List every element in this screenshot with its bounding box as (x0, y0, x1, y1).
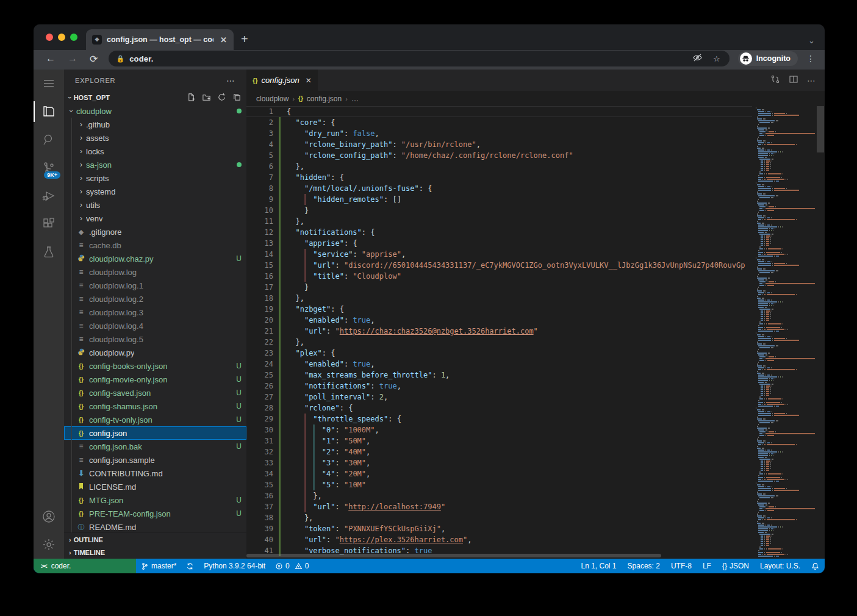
code-line-34[interactable]: 34 "4": "20M", (246, 468, 752, 479)
code-line-37[interactable]: 37 "url": "http://localhost:7949" (246, 501, 752, 512)
tree-file-cloudplow.chaz.py[interactable]: cloudplow.chaz.pyU (64, 252, 246, 265)
new-tab-button[interactable]: + (234, 32, 257, 50)
keyboard-layout-status[interactable]: Layout: U.S. (755, 559, 806, 573)
tree-file-cloudplow.py[interactable]: cloudplow.py (64, 346, 246, 359)
code-line-33[interactable]: 33 "3": "30M", (246, 457, 752, 468)
settings-gear-icon[interactable] (34, 531, 64, 559)
run-debug-icon[interactable] (34, 182, 64, 210)
tree-folder-cloudplow[interactable]: ›cloudplow (64, 104, 246, 118)
url-text[interactable]: coder. (129, 54, 685, 63)
tree-file-.gitignore[interactable]: ◆.gitignore (64, 225, 246, 238)
editor-tab-config-json[interactable]: {} config.json ✕ (246, 70, 318, 91)
code-line-14[interactable]: 14 "service": "apprise", (246, 249, 752, 260)
sync-changes-button[interactable] (181, 559, 199, 573)
back-button[interactable]: ← (41, 53, 60, 64)
reload-button[interactable]: ⟳ (85, 53, 102, 65)
scrollbar-thumb[interactable] (817, 106, 824, 152)
forward-button[interactable]: → (63, 53, 82, 64)
code-line-26[interactable]: 26 "notifications": true, (246, 381, 752, 392)
tab-close-icon[interactable]: ✕ (218, 35, 229, 45)
search-icon[interactable] (34, 126, 64, 154)
tree-file-cloudplow.log.1[interactable]: ≡cloudplow.log.1 (64, 279, 246, 292)
tree-file-CONTRIBUTING.md[interactable]: ⬇CONTRIBUTING.md (64, 467, 246, 480)
code-line-25[interactable]: 25 "max_streams_before_throttle": 1, (246, 370, 752, 381)
code-editor[interactable]: 1{2 "core": {3 "dry_run": false,4 "rclon… (246, 106, 752, 559)
browser-menu-icon[interactable]: ⋮ (803, 54, 819, 63)
tree-file-config-books-only.json[interactable]: {}config-books-only.jsonU (64, 359, 246, 373)
tree-file-PRE-TEAM-config.json[interactable]: {}PRE-TEAM-config.jsonU (64, 507, 246, 520)
code-line-28[interactable]: 28 "rclone": { (246, 403, 752, 414)
code-line-21[interactable]: 21 "url": "https://chaz:chaz3526@nzbget.… (246, 326, 752, 337)
timeline-section[interactable]: › TIMELINE (64, 546, 246, 559)
code-line-22[interactable]: 22 }, (246, 337, 752, 348)
code-line-13[interactable]: 13 "apprise": { (246, 238, 752, 249)
tree-file-cloudplow.log[interactable]: ≡cloudplow.log (64, 265, 246, 279)
eol-status[interactable]: LF (697, 559, 717, 573)
close-window-button[interactable] (46, 34, 53, 41)
extensions-icon[interactable] (34, 210, 64, 238)
split-editor-icon[interactable] (789, 74, 798, 87)
horizontal-scrollbar[interactable] (246, 553, 752, 559)
collapse-all-icon[interactable] (232, 93, 242, 103)
git-branch-status[interactable]: master* (136, 559, 181, 573)
breadcrumb-file[interactable]: config.json (307, 95, 342, 103)
tree-file-cache.db[interactable]: ≡cache.db (64, 238, 246, 252)
code-line-11[interactable]: 11 }, (246, 216, 752, 227)
eye-off-icon[interactable] (690, 53, 705, 64)
code-line-32[interactable]: 32 "2": "40M", (246, 446, 752, 457)
code-line-9[interactable]: 9 "hidden_remotes": [] (246, 194, 752, 205)
address-bar[interactable]: 🔒 coder. ☆ (109, 51, 729, 66)
tree-file-config-shamus.json[interactable]: {}config-shamus.jsonU (64, 399, 246, 413)
code-line-10[interactable]: 10 } (246, 205, 752, 216)
code-line-19[interactable]: 19 "nzbget": { (246, 304, 752, 315)
browser-tab[interactable]: ❖ config.json — host_opt — code ✕ (86, 29, 234, 50)
tree-folder-venv[interactable]: ›venv (64, 212, 246, 225)
tree-file-cloudplow.log.5[interactable]: ≡cloudplow.log.5 (64, 332, 246, 346)
tree-file-MTG.json[interactable]: {}MTG.jsonU (64, 493, 246, 507)
new-file-icon[interactable] (187, 93, 196, 103)
tree-file-LICENSE.md[interactable]: LICENSE.md (64, 480, 246, 493)
editor-tab-close-icon[interactable]: ✕ (306, 76, 312, 85)
code-line-20[interactable]: 20 "enabled": true, (246, 315, 752, 326)
minimize-window-button[interactable] (58, 34, 65, 41)
testing-beaker-icon[interactable] (34, 238, 64, 266)
code-line-17[interactable]: 17 } (246, 282, 752, 293)
code-line-1[interactable]: 1{ (246, 106, 752, 117)
workspace-section-header[interactable]: › HOST_OPT (64, 91, 246, 104)
code-line-23[interactable]: 23 "plex": { (246, 348, 752, 359)
tree-folder-scripts[interactable]: ›scripts (64, 171, 246, 185)
code-line-27[interactable]: 27 "poll_interval": 2, (246, 392, 752, 403)
tree-file-cloudplow.log.4[interactable]: ≡cloudplow.log.4 (64, 319, 246, 332)
code-line-24[interactable]: 24 "enabled": true, (246, 359, 752, 370)
bookmark-star-icon[interactable]: ☆ (710, 54, 723, 63)
tree-folder-systemd[interactable]: ›systemd (64, 185, 246, 198)
code-line-2[interactable]: 2 "core": { (246, 117, 752, 128)
cursor-position-status[interactable]: Ln 1, Col 1 (575, 559, 622, 573)
new-folder-icon[interactable] (202, 93, 211, 103)
code-line-5[interactable]: 5 "rclone_config_path": "/home/chaz/.con… (246, 150, 752, 161)
code-line-39[interactable]: 39 "token": "PXNNXUEfYSCkUspGiiXj", (246, 523, 752, 534)
problems-status[interactable]: 0 0 (270, 559, 314, 573)
code-line-18[interactable]: 18 }, (246, 293, 752, 304)
code-line-29[interactable]: 29 "throttle_speeds": { (246, 414, 752, 424)
zoom-window-button[interactable] (70, 34, 77, 41)
remote-indicator[interactable]: >< coder. (34, 559, 136, 573)
account-icon[interactable] (34, 503, 64, 531)
tree-file-cloudplow.log.2[interactable]: ≡cloudplow.log.2 (64, 292, 246, 306)
tree-file-config.json[interactable]: {}config.json (64, 426, 246, 440)
tree-folder-sa-json[interactable]: ›sa-json (64, 158, 246, 171)
language-mode-status[interactable]: {} JSON (717, 559, 755, 573)
code-line-30[interactable]: 30 "0": "1000M", (246, 424, 752, 435)
python-interpreter-status[interactable]: Python 3.9.2 64-bit (199, 559, 270, 573)
source-control-icon[interactable]: 9K+ (34, 154, 64, 182)
tree-file-config.json.bak[interactable]: ≡config.json.bakU (64, 440, 246, 453)
outline-section[interactable]: › OUTLINE (64, 533, 246, 546)
refresh-icon[interactable] (217, 93, 226, 103)
tree-file-config.json.sample[interactable]: ≡config.json.sample (64, 453, 246, 467)
tree-folder-assets[interactable]: ›assets (64, 131, 246, 145)
code-line-31[interactable]: 31 "1": "50M", (246, 435, 752, 446)
code-line-15[interactable]: 15 "url": "discord://650104445434331137/… (246, 260, 752, 271)
code-line-6[interactable]: 6 }, (246, 161, 752, 172)
editor-more-actions-icon[interactable]: ⋯ (807, 76, 816, 85)
tree-file-config-saved.json[interactable]: {}config-saved.jsonU (64, 386, 246, 399)
